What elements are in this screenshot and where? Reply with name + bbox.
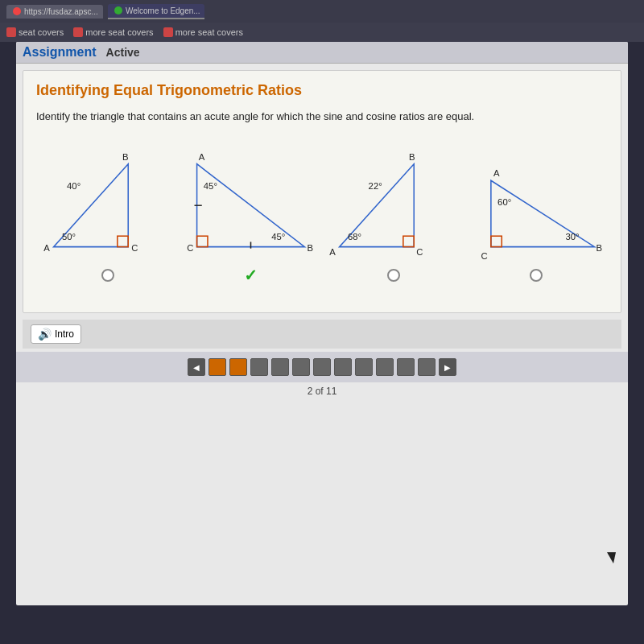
svg-text:C: C [187,243,193,253]
svg-rect-24 [491,236,502,246]
triangle-choice-4[interactable]: C B A 60° 30° [466,137,607,285]
nav-page-9[interactable] [376,358,394,376]
svg-text:A: A [43,243,50,253]
bookmark-seat-covers[interactable]: seat covers [6,27,64,37]
triangles-row: A C B 50° 40° [36,137,608,285]
svg-text:45°: 45° [271,232,285,242]
svg-text:45°: 45° [204,181,217,191]
browser-bar: https://fusdaz.apsc... Welcome to Edgen.… [0,0,644,23]
speaker-icon: 🔊 [38,328,52,341]
page-header: Assignment Active [16,42,628,64]
content-area: Identifying Equal Trigonometric Ratios I… [23,70,621,313]
svg-text:A: A [493,168,500,178]
svg-text:60°: 60° [497,197,511,207]
check-mark-2: ✓ [244,266,258,285]
svg-rect-1 [118,236,128,246]
nav-page-8[interactable] [355,358,373,376]
svg-text:40°: 40° [67,181,80,191]
svg-text:A: A [198,152,204,162]
svg-text:22°: 22° [369,181,382,191]
assignment-label: Assignment [23,45,97,60]
choice-indicator-1[interactable] [37,266,178,285]
svg-text:C: C [132,243,138,253]
svg-marker-7 [196,164,304,247]
active-label: Active [106,46,140,59]
triangle-svg-2: C B A 45° 45° [180,137,321,266]
page-count: 2 of 11 [16,386,628,397]
radio-3[interactable] [387,269,400,282]
question-text: Identify the triangle that contains an a… [36,110,608,122]
bottom-bar: 🔊 Intro [23,320,621,349]
tab-fusdaz[interactable]: https://fusdaz.apsc... [6,5,103,19]
svg-rect-17 [403,236,414,246]
bookmark-bar: seat covers more seat covers more seat c… [0,23,644,42]
nav-page-4[interactable] [271,358,289,376]
bookmark-icon-3 [163,27,173,37]
nav-page-3[interactable] [250,358,268,376]
svg-text:C: C [481,251,487,261]
svg-rect-8 [196,236,207,246]
choice-indicator-3[interactable] [323,266,464,285]
bookmark-icon-2 [73,27,83,37]
main-screen: Assignment Active Identifying Equal Trig… [16,42,628,605]
svg-text:50°: 50° [62,232,76,242]
nav-page-6[interactable] [313,358,331,376]
nav-page-10[interactable] [397,358,415,376]
triangle-diagram-1: A C B 50° 40° [37,137,178,266]
nav-page-7[interactable] [334,358,352,376]
triangle-svg-4: C B A 60° 30° [466,137,607,266]
intro-button[interactable]: 🔊 Intro [31,324,81,344]
triangle-diagram-4: C B A 60° 30° [466,137,607,266]
cursor [607,552,616,564]
radio-1[interactable] [101,269,114,282]
svg-text:B: B [307,243,313,253]
triangle-diagram-3: A C B 68° 22° [323,137,464,266]
nav-page-2[interactable] [229,358,247,376]
svg-text:68°: 68° [348,232,361,242]
nav-prev-button[interactable]: ◀ [188,358,205,376]
choice-indicator-2[interactable]: ✓ [180,266,321,285]
nav-page-11[interactable] [418,358,436,376]
triangle-diagram-2: C B A 45° 45° [180,137,321,266]
nav-next-button[interactable]: ▶ [439,358,456,376]
tab-icon-edgen [114,6,122,14]
svg-text:B: B [409,152,415,162]
svg-text:B: B [122,152,129,162]
triangle-choice-1[interactable]: A C B 50° 40° [37,137,178,285]
tab-edgen[interactable]: Welcome to Edgen... [108,4,204,19]
svg-text:A: A [329,247,336,257]
nav-page-1[interactable] [208,358,226,376]
svg-text:C: C [417,247,423,257]
choice-indicator-4[interactable] [466,266,607,285]
nav-bar: ◀ ▶ [16,352,628,382]
svg-text:B: B [596,243,602,253]
bookmark-more-seat-covers-2[interactable]: more seat covers [163,27,243,37]
triangle-choice-3[interactable]: A C B 68° 22° [323,137,464,285]
bookmark-more-seat-covers-1[interactable]: more seat covers [73,27,153,37]
nav-page-5[interactable] [292,358,310,376]
bookmark-icon-1 [6,27,16,37]
triangle-svg-3: A C B 68° 22° [323,137,464,266]
triangle-choice-2[interactable]: C B A 45° 45° ✓ [180,137,321,285]
question-title: Identifying Equal Trigonometric Ratios [36,82,608,99]
svg-text:30°: 30° [565,232,579,242]
tab-icon-fusdaz [13,7,21,15]
triangle-svg-1: A C B 50° 40° [37,137,178,266]
radio-4[interactable] [530,269,543,282]
